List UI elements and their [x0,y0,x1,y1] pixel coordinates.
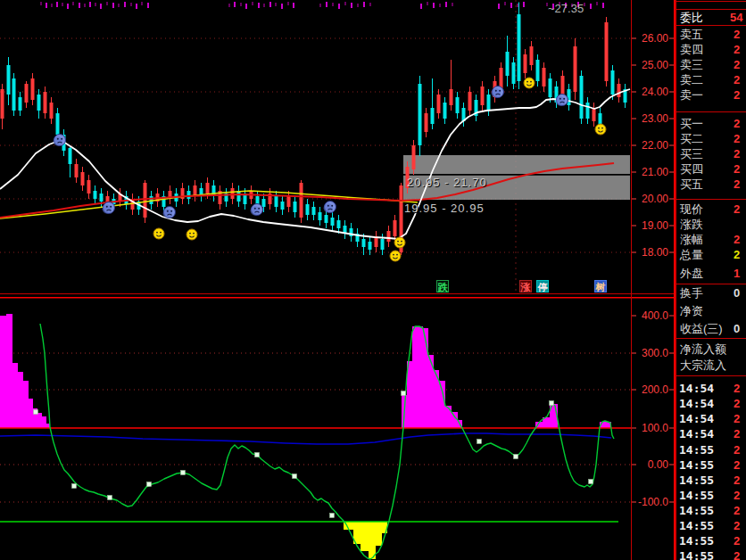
candle-body [275,196,278,207]
quote-row-卖四[interactable]: 卖四2 [676,42,746,57]
quote-value: 2 [734,42,740,57]
price-chart-pane[interactable]: ~27.3526.0025.0024.0023.0022.0021.0020.0… [0,0,675,297]
candle-body [369,242,372,250]
price-axis-label: 20.00 [642,193,668,205]
time-sales-row[interactable]: 14:552 [676,457,746,473]
quote-label: 卖二 [680,72,703,87]
quote-row-卖五[interactable]: 卖五2 [676,27,746,42]
signal-square-marker [477,440,482,444]
quote-label: 总量 [680,247,703,262]
smiley-face-marker [524,78,535,88]
quote-value: 2 [734,131,740,146]
candle-body [300,183,303,218]
time-sales-row[interactable]: 14:552 [676,473,746,488]
quote-row-买三[interactable]: 买三2 [676,146,746,161]
time-sales-row[interactable]: 14:542 [676,426,746,441]
candle-body [281,202,285,210]
price-axis-label: 24.00 [642,86,668,98]
time-sales-row[interactable]: 14:542 [676,411,746,426]
signal-square-marker [402,391,406,396]
price-chart-svg[interactable]: ~27.3526.0025.0024.0023.0022.0021.0020.0… [0,0,675,297]
candle-body [187,191,191,199]
quote-row-买一[interactable]: 买一2 [676,116,746,131]
trade-time: 14:54 [679,411,714,426]
time-sales-row[interactable]: 14:552 [676,488,746,503]
quote-label: 收益(三) [680,321,723,336]
quote-row-卖二[interactable]: 卖二2 [676,72,746,87]
candle-body [337,220,341,228]
quote-panel: 委比54卖五2卖四2卖三2卖二2卖一2买一2买二2买三2买四2买五2现价2涨跌涨… [675,0,746,560]
time-sales-row[interactable]: 14:552 [676,503,746,518]
price-axis-label: 22.00 [642,139,668,152]
time-sales-row[interactable]: 14:552 [676,548,746,560]
status-badge-1: 涨 [519,280,532,292]
quote-value: 0 [734,285,740,301]
candle-body [31,78,35,100]
quote-label: 外盘 [680,266,703,281]
candle-body [206,183,210,194]
candle-body [611,70,615,95]
candle-body [25,84,29,103]
candle-body [325,215,328,223]
signal-square-marker [181,471,186,475]
candle-body [530,46,534,65]
candle-body [7,65,11,95]
candle-body [319,212,322,220]
quote-value: 2 [734,247,740,262]
candle-body [312,207,316,215]
quote-value: 0 [734,321,740,336]
quote-value: 2 [734,87,740,103]
trade-price: 2 [734,533,740,548]
time-sales-row[interactable]: 14:552 [676,442,746,457]
candle-body [574,46,577,92]
quote-label: 买一 [680,116,703,131]
time-sales-row[interactable]: 14:542 [676,381,746,396]
panel-divider [676,375,746,376]
time-sales-row[interactable]: 14:542 [676,396,746,411]
candle-body [524,54,527,73]
time-sales-row[interactable]: 14:552 [676,518,746,533]
sad-face-marker [163,207,176,218]
candle-body [506,52,510,76]
indicator-axis-label: 200.0 [642,383,668,396]
indicator-pane[interactable]: 400.0300.0200.0100.00.00-100.0 [0,297,675,560]
candle-body [306,204,310,215]
quote-row-卖一[interactable]: 卖一2 [676,87,746,103]
signal-square-marker [293,474,297,479]
quote-row-买五[interactable]: 买五2 [676,177,746,192]
quote-row-买四[interactable]: 买四2 [676,161,746,177]
trade-price: 2 [734,488,740,503]
quote-row-买二[interactable]: 买二2 [676,131,746,146]
candle-body [605,22,609,81]
panel-divider [676,1,746,2]
candle-body [456,97,460,113]
candle-body [387,231,391,242]
signal-square-marker [72,484,77,489]
candle-body [100,194,104,202]
trade-time: 14:55 [679,473,714,488]
trade-price: 2 [734,426,740,441]
quote-value: 2 [734,116,740,131]
panel-divider [676,338,746,339]
candle-body [362,239,366,247]
candle-body [194,185,197,196]
smiley-face-marker [186,229,197,240]
indicator-svg[interactable]: 400.0300.0200.0100.00.00-100.0 [0,297,675,560]
candle-body [487,95,491,111]
candle-body [468,92,472,111]
quote-value: 2 [734,202,740,217]
candle-body [50,103,54,119]
signal-square-marker [514,455,518,459]
quote-value: 2 [734,27,740,42]
candle-body [237,191,241,202]
trade-price: 2 [734,396,740,411]
quote-label: 换手 [680,285,703,301]
price-axis-label: 25.00 [642,59,668,71]
indicator-axis-label: 0.00 [648,458,669,471]
zone-range-label: 19.95 - 20.95 [404,202,485,215]
candle-body [425,113,428,132]
trade-time: 14:55 [679,503,714,518]
time-sales-row[interactable]: 14:552 [676,533,746,548]
quote-row-卖三[interactable]: 卖三2 [676,57,746,72]
info-row-换手: 换手0 [676,285,746,301]
